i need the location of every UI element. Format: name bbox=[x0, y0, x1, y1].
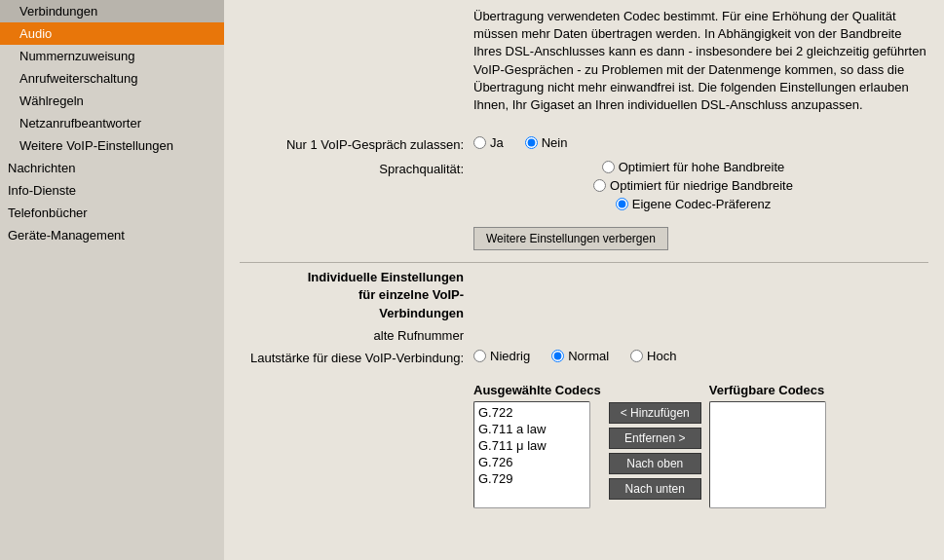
sidebar-item-info-dienste[interactable]: Info-Dienste bbox=[0, 179, 224, 202]
codec-g722[interactable]: G.722 bbox=[476, 404, 587, 421]
laut-hoch-radio[interactable] bbox=[630, 350, 643, 362]
sidebar-item-telefonbuecher[interactable]: Telefonbücher bbox=[0, 202, 224, 224]
main-content: Übertragung verwendeten Codec bestimmt. … bbox=[224, 0, 944, 560]
lautstaerke-label: Lautstärke für diese VoIP-Verbindung: bbox=[240, 349, 473, 365]
laut-niedrig-label[interactable]: Niedrig bbox=[490, 349, 530, 363]
ausgewaehlt-list[interactable]: G.722 G.711 a law G.711 μ law G.726 G.72… bbox=[473, 401, 590, 508]
sidebar-item-netzanrufbeantworter[interactable]: Netzanrufbeantworter bbox=[0, 112, 224, 134]
laut-hoch-label[interactable]: Hoch bbox=[647, 349, 676, 363]
sq-niedrige-radio[interactable] bbox=[593, 179, 606, 192]
description-text: Übertragung verwendeten Codec bestimmt. … bbox=[473, 8, 928, 114]
sidebar: Verbindungen Audio Nummernzuweisung Anru… bbox=[0, 0, 224, 560]
sprachqualitaet-label: Sprachqualität: bbox=[240, 160, 473, 176]
hinzufuegen-button[interactable]: < Hinzufügen bbox=[609, 402, 701, 424]
voip-single-label: Nur 1 VoIP-Gespräch zulassen: bbox=[240, 135, 473, 152]
voip-nein-option[interactable]: Nein bbox=[525, 135, 568, 150]
sq-eigene-label[interactable]: Eigene Codec-Präferenz bbox=[632, 197, 771, 211]
sprachqualitaet-field: Optimiert für hohe Bandbreite Optimiert … bbox=[473, 160, 928, 211]
codecs-section: Ausgewählte Codecs G.722 G.711 a law G.7… bbox=[473, 383, 928, 508]
sq-niedrige-option[interactable]: Optimiert für niedrige Bandbreite bbox=[593, 178, 793, 193]
voip-ja-label[interactable]: Ja bbox=[490, 135, 504, 150]
ausgewaehlt-column: Ausgewählte Codecs G.722 G.711 a law G.7… bbox=[473, 383, 601, 508]
sidebar-item-audio[interactable]: Audio bbox=[0, 22, 224, 45]
sidebar-item-weitere-voip[interactable]: Weitere VoIP-Einstellungen bbox=[0, 134, 224, 157]
sq-eigene-radio[interactable] bbox=[616, 198, 628, 210]
sidebar-item-verbindungen[interactable]: Verbindungen bbox=[0, 0, 224, 22]
laut-niedrig-radio[interactable] bbox=[473, 350, 486, 362]
verfuegbar-column: Verfügbare Codecs bbox=[709, 383, 826, 508]
laut-normal-label[interactable]: Normal bbox=[568, 349, 609, 363]
laut-niedrig-option[interactable]: Niedrig bbox=[473, 349, 530, 363]
sidebar-item-anrufweiterschaltung[interactable]: Anrufweiterschaltung bbox=[0, 67, 224, 90]
codec-buttons-group: < Hinzufügen Entfernen > Nach oben Nach … bbox=[609, 383, 701, 500]
sidebar-item-geraete-management[interactable]: Geräte-Management bbox=[0, 224, 224, 246]
sq-hohe-radio[interactable] bbox=[602, 161, 615, 173]
voip-nein-label[interactable]: Nein bbox=[542, 135, 568, 150]
nach-oben-button[interactable]: Nach oben bbox=[609, 453, 701, 474]
verfuegbar-label: Verfügbare Codecs bbox=[709, 383, 826, 397]
sidebar-item-nummernzuweisung[interactable]: Nummernzuweisung bbox=[0, 45, 224, 67]
alte-rufnummer-label: alte Rufnummer bbox=[240, 328, 473, 343]
verfuegbar-list[interactable] bbox=[709, 401, 826, 508]
voip-nein-radio[interactable] bbox=[525, 136, 538, 149]
laut-normal-radio[interactable] bbox=[551, 350, 564, 362]
voip-single-row: Nur 1 VoIP-Gespräch zulassen: Ja Nein bbox=[240, 135, 928, 152]
codec-g729[interactable]: G.729 bbox=[476, 470, 587, 487]
ausgewaehlt-label: Ausgewählte Codecs bbox=[473, 383, 601, 397]
sidebar-item-nachrichten[interactable]: Nachrichten bbox=[0, 157, 224, 179]
sidebar-item-waehlregeln[interactable]: Wählregeln bbox=[0, 90, 224, 112]
individuelle-heading: Individuelle Einstellungen für einzelne … bbox=[240, 269, 473, 322]
sq-niedrige-label[interactable]: Optimiert für niedrige Bandbreite bbox=[610, 178, 793, 193]
laut-normal-option[interactable]: Normal bbox=[551, 349, 609, 363]
voip-ja-radio[interactable] bbox=[473, 136, 486, 149]
sprachqualitaet-row: Sprachqualität: Optimiert für hohe Bandb… bbox=[240, 160, 928, 211]
voip-ja-option[interactable]: Ja bbox=[473, 135, 504, 150]
codec-g726[interactable]: G.726 bbox=[476, 454, 587, 470]
sq-hohe-option[interactable]: Optimiert für hohe Bandbreite bbox=[602, 160, 785, 174]
voip-single-field: Ja Nein bbox=[473, 135, 928, 150]
sq-eigene-option[interactable]: Eigene Codec-Präferenz bbox=[616, 197, 771, 211]
sq-hohe-label[interactable]: Optimiert für hohe Bandbreite bbox=[619, 160, 785, 174]
laut-hoch-option[interactable]: Hoch bbox=[630, 349, 676, 363]
entfernen-button[interactable]: Entfernen > bbox=[609, 428, 701, 449]
codec-g711u[interactable]: G.711 μ law bbox=[476, 437, 587, 454]
nach-unten-button[interactable]: Nach unten bbox=[609, 478, 701, 500]
lautstaerke-row: Lautstärke für diese VoIP-Verbindung: Ni… bbox=[240, 349, 928, 365]
codec-g711a[interactable]: G.711 a law bbox=[476, 421, 587, 437]
lautstaerke-field: Niedrig Normal Hoch bbox=[473, 349, 928, 363]
toggle-settings-button[interactable]: Weitere Einstellungen verbergen bbox=[473, 227, 668, 250]
